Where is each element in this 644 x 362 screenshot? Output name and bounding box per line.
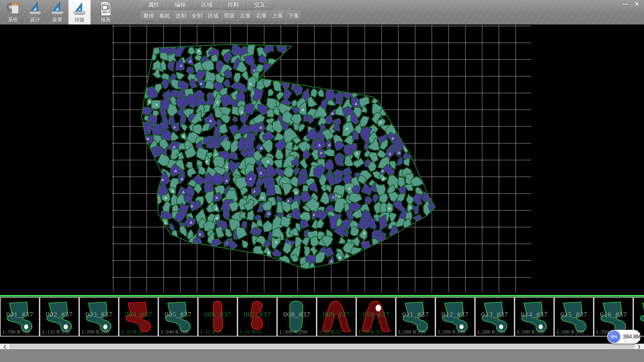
toolbar-item-design[interactable]: 设计 [24, 0, 46, 24]
menu-button-align-right[interactable]: 右靠 [254, 11, 269, 22]
window-controls: — ✕ [620, 0, 643, 8]
piece-id-label: 008_#37 [278, 310, 316, 319]
piece-id-label: 001_#37 [1, 310, 39, 319]
toolbar-label-design: 设计 [30, 17, 40, 23]
layout-setsquare-icon [72, 1, 87, 16]
piece-thumbnail[interactable]: 005_#37L:200 R:200 [158, 297, 198, 337]
piece-lr-label: L:200 R:200 [517, 329, 545, 335]
menu-tab-interactive[interactable]: 交互 [247, 0, 273, 9]
piece-id-label: 002_#37 [40, 310, 78, 319]
toolbar-label-layout: 排版 [74, 17, 85, 23]
menu-button-align-top[interactable]: 上靠 [270, 11, 285, 22]
piece-thumbnail[interactable]: 013_#37L:200 R:200 [475, 297, 515, 337]
menu-button-select-cut[interactable]: 选割 [173, 11, 189, 22]
header-toolbar: 系统 设计 [0, 0, 644, 24]
piece-thumbnail[interactable]: 009_#37L:32 R:31 [317, 297, 356, 337]
menu-button-defect[interactable]: 瑕疵 [221, 11, 237, 22]
piece-id-label: 007_#37 [238, 310, 276, 319]
application-window: 系统 设计 [0, 0, 644, 362]
piece-id-label: 003_#37 [80, 310, 118, 319]
piece-thumbnail[interactable]: 006_#37L:21 R:21 [198, 297, 237, 337]
piece-lr-label: L:200 R:200 [82, 329, 109, 335]
scroll-left-button[interactable]: ❮ [0, 344, 10, 349]
menu-tab-nesting[interactable]: 排料 [220, 0, 247, 9]
piece-thumbnail[interactable]: 010_#37L:33 R:33 [356, 297, 396, 337]
scroll-right-button[interactable]: ❯ [634, 344, 644, 349]
piece-lr-label: L:200 R:200 [398, 329, 426, 335]
design-setsquare-icon [28, 1, 42, 16]
piece-thumbnail[interactable]: 001_#37L:700 R:700 [0, 297, 40, 337]
piece-lr-label: L:31 R:31 [240, 329, 262, 335]
piece-id-label: 006_#37 [199, 310, 237, 319]
menu-button-row: 聚排 相机 选割 全割 区域 瑕疵 左靠 右靠 上靠 下靠 [141, 11, 302, 22]
horizontal-scrollbar[interactable]: ❮ ❯ [0, 344, 644, 349]
toolbar-item-settings[interactable]: 设置 [46, 0, 68, 24]
piece-lr-label: L:200 R:200 [280, 329, 307, 335]
piece-thumbnail[interactable]: 007_#37L:31 R:31 [237, 297, 277, 337]
nesting-work-area[interactable] [112, 25, 531, 293]
piece-id-label: 013_#37 [476, 310, 514, 319]
piece-thumbnail[interactable]: 012_#37L:200 R:200 [435, 297, 475, 337]
toolbar-label-settings: 设置 [52, 17, 62, 23]
piece-id-label: 0 [634, 310, 644, 319]
piece-thumbnail[interactable]: 002_#37L:132 R:132 [40, 297, 79, 337]
piece-id-label: 015_#37 [555, 310, 593, 319]
menu-tab-region[interactable]: 区域 [194, 0, 220, 9]
settings-setsquare-icon [50, 1, 64, 16]
piece-lr-label: L:200 R:200 [161, 329, 189, 335]
menu-button-region[interactable]: 区域 [205, 11, 221, 22]
piece-thumbnail-strip: 001_#37L:700 R:700 002_#37L:132 R:132 00… [0, 295, 644, 337]
piece-lr-label: L:700 R:700 [3, 329, 30, 335]
piece-lr-label: L:200 R:200 [438, 329, 466, 335]
minimize-button[interactable]: — [620, 0, 631, 8]
progress-percent: 38% [610, 335, 618, 339]
piece-id-label: 005_#37 [159, 310, 197, 319]
menu-tab-row: 属性 编辑 区域 排料 交互 [141, 0, 302, 10]
scrollbar-track[interactable] [10, 344, 634, 349]
progress-circle: 38% [607, 330, 621, 343]
piece-id-label: 014_#37 [515, 310, 553, 319]
piece-thumbnail[interactable]: 008_#37L:200 R:200 [277, 297, 317, 337]
memory-usage-label: 384.8M [623, 334, 641, 340]
toolbar-item-layout-active[interactable]: 排版 [68, 0, 91, 24]
menu-button-cluster-nest[interactable]: 聚排 [141, 11, 157, 22]
piece-lr-label: L:200 R:200 [557, 329, 584, 335]
piece-lr-label: L:200 R:200 [478, 329, 505, 335]
piece-lr-label: L:32 R:31 [319, 329, 341, 335]
piece-lr-label: L:31 R:31 [121, 329, 144, 335]
memory-progress-badge: 38% 384.8M [607, 330, 641, 344]
piece-id-label: 004_#37 [119, 310, 158, 319]
piece-id-label: 009_#37 [317, 310, 356, 319]
piece-thumbnail[interactable]: 004_#37L:31 R:31 [119, 297, 158, 337]
menu-button-camera[interactable]: 相机 [157, 11, 173, 22]
piece-thumbnail[interactable]: 015_#37L:200 R:200 [554, 297, 594, 337]
piece-id-label: 012_#37 [436, 310, 474, 319]
menu-block: 属性 编辑 区域 排料 交互 聚排 相机 选割 全割 区域 瑕疵 左靠 右靠 上… [141, 0, 302, 22]
menu-tab-edit[interactable]: 编辑 [167, 0, 194, 9]
piece-lr-label: L:21 R:21 [201, 329, 223, 335]
menu-button-cut-all[interactable]: 全割 [189, 11, 205, 22]
close-button[interactable]: ✕ [631, 0, 643, 8]
piece-thumbnail[interactable]: 014_#37L:200 R:200 [515, 297, 554, 337]
toolbar-item-system[interactable]: 系统 [2, 0, 24, 24]
piece-thumbnail[interactable]: 003_#37L:200 R:200 [79, 297, 119, 337]
toolbar-label-system: 系统 [8, 17, 18, 23]
piece-lr-label: L:33 R:33 [359, 329, 381, 335]
report-document-icon [99, 1, 113, 16]
piece-id-label: 016_#37 [594, 310, 633, 319]
status-bar [0, 349, 644, 362]
nesting-canvas[interactable] [112, 25, 531, 293]
piece-id-label: 010_#37 [357, 310, 395, 319]
menu-button-align-bottom[interactable]: 下靠 [286, 11, 302, 22]
system-gear-icon [6, 1, 20, 16]
thumbnail-row: 001_#37L:700 R:700 002_#37L:132 R:132 00… [0, 297, 644, 337]
menu-tab-properties[interactable]: 属性 [141, 0, 167, 9]
piece-lr-label: L:132 R:132 [42, 329, 70, 335]
piece-thumbnail[interactable]: 011_#37L:200 R:200 [396, 297, 435, 337]
toolbar-label-report: 报表 [101, 17, 111, 23]
toolbar-item-report[interactable]: 报表 [95, 0, 117, 24]
main-toolbar: 系统 设计 [2, 0, 117, 24]
piece-id-label: 011_#37 [396, 310, 435, 319]
menu-button-align-left[interactable]: 左靠 [237, 11, 253, 22]
